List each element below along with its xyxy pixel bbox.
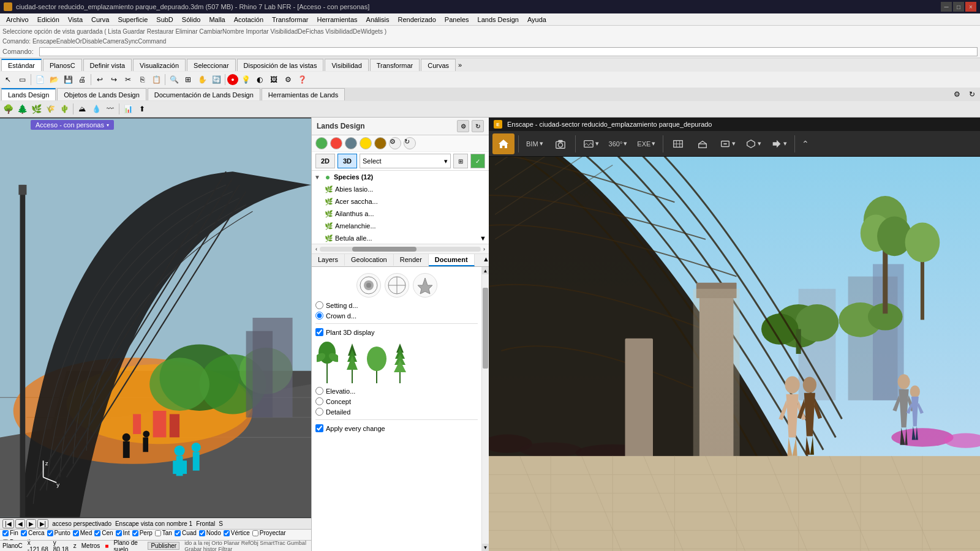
enscape-collapse-button[interactable]: ⌃ bbox=[799, 133, 812, 154]
minimize-button[interactable]: ─ bbox=[941, 2, 952, 12]
species-tree[interactable]: ▼ ● Species (12) 🌿 Abies lasio... 🌿 Acer… bbox=[312, 171, 489, 244]
menu-transformar[interactable]: Transformar bbox=[268, 15, 312, 24]
rhino-3d-viewport[interactable]: Acceso - con personas ▾ bbox=[0, 118, 311, 518]
enscape-home-button[interactable] bbox=[492, 133, 514, 154]
snap-punto[interactable] bbox=[47, 530, 53, 536]
scroll-right-arrow[interactable]: › bbox=[482, 246, 486, 252]
tb-light[interactable]: 💡 bbox=[239, 73, 252, 86]
enscape-3d-button[interactable]: ▾ bbox=[742, 133, 765, 154]
snap-fin[interactable] bbox=[2, 530, 9, 536]
tab-estandar[interactable]: Estándar bbox=[1, 59, 42, 71]
nav-first[interactable]: |◀ bbox=[2, 519, 14, 528]
tb-terrain[interactable]: ⛰ bbox=[75, 102, 89, 116]
filter-btn-1[interactable]: ⊞ bbox=[453, 154, 468, 168]
tree-item-ailanthus[interactable]: 🌿 Ailanthus a... bbox=[312, 208, 489, 220]
tb-cut[interactable]: ✂ bbox=[121, 73, 135, 86]
menu-lands[interactable]: Lands Design bbox=[474, 15, 522, 24]
snap-cen[interactable] bbox=[94, 530, 100, 536]
color-dot-extra1[interactable]: ⚙ bbox=[389, 137, 401, 149]
enscape-assets-button[interactable] bbox=[692, 133, 714, 154]
tb-plant3[interactable]: 🌿 bbox=[29, 102, 43, 116]
tab-objetos-lands[interactable]: Objetos de Lands Design bbox=[57, 88, 146, 100]
view-3d-button[interactable]: 3D bbox=[337, 154, 357, 168]
plant-3d-checkbox[interactable] bbox=[315, 328, 323, 336]
menu-curva[interactable]: Curva bbox=[88, 15, 113, 24]
tb-select-btn[interactable]: ↖ bbox=[1, 73, 15, 86]
tb-export[interactable]: ⬆ bbox=[135, 102, 149, 116]
tb-extra2[interactable]: ❓ bbox=[295, 73, 309, 86]
tb-undo[interactable]: ↩ bbox=[93, 73, 107, 86]
menu-archivo[interactable]: Archivo bbox=[2, 15, 32, 24]
tree-item-amelanchier[interactable]: 🌿 Amelanchie... bbox=[312, 220, 489, 232]
panel-right-scrollbar[interactable]: ▲ ▼ bbox=[481, 267, 489, 551]
tab-curvas[interactable]: Curvas bbox=[421, 59, 456, 71]
enscape-360-button[interactable]: 360° ▾ bbox=[605, 133, 631, 154]
enscape-map-button[interactable] bbox=[667, 133, 689, 154]
menu-renderizado[interactable]: Renderizado bbox=[394, 15, 439, 24]
radio-input-detailed[interactable] bbox=[315, 408, 323, 416]
tb-red-circle[interactable]: ● bbox=[227, 74, 238, 85]
enscape-exe-button[interactable]: EXE ▾ bbox=[633, 133, 659, 154]
menu-acotacion[interactable]: Acotación bbox=[230, 15, 267, 24]
color-dot-red[interactable] bbox=[330, 137, 342, 149]
tb-redo[interactable]: ↪ bbox=[107, 73, 121, 86]
menu-malla[interactable]: Malla bbox=[205, 15, 228, 24]
enscape-bim-button[interactable]: BIM ▾ bbox=[522, 133, 547, 154]
menu-ayuda[interactable]: Ayuda bbox=[524, 15, 550, 24]
tab-lands-design[interactable]: Lands Design bbox=[1, 88, 56, 100]
menu-vista[interactable]: Vista bbox=[64, 15, 86, 24]
tab-definir-vista[interactable]: Definir vista bbox=[83, 59, 132, 71]
scroll-left-arrow[interactable]: ‹ bbox=[314, 246, 318, 252]
menu-paneles[interactable]: Paneles bbox=[441, 15, 473, 24]
viewport-label[interactable]: Acceso - con personas ▾ bbox=[31, 120, 114, 130]
tb-plant4[interactable]: 🌾 bbox=[43, 102, 57, 116]
tb-lands-settings[interactable]: ⚙ bbox=[950, 88, 963, 101]
tab-render[interactable]: Render bbox=[394, 254, 429, 266]
nav-last[interactable]: ▶| bbox=[37, 519, 49, 528]
nav-prev[interactable]: ◀ bbox=[15, 519, 25, 528]
tab-documentacion-lands[interactable]: Documentación de Lands Design bbox=[148, 88, 260, 100]
scrollbar-up-arrow[interactable]: ▲ bbox=[482, 267, 489, 274]
filter-btn-2[interactable]: ✓ bbox=[470, 154, 485, 168]
tab-visualizacion[interactable]: Visualización bbox=[133, 59, 186, 71]
plant-circle-1[interactable] bbox=[356, 273, 381, 298]
species-filter-dropdown[interactable]: Select ▾ bbox=[360, 154, 451, 168]
menu-subd[interactable]: SubD bbox=[153, 15, 177, 24]
menu-edicion[interactable]: Edición bbox=[34, 15, 63, 24]
tree-parent-species[interactable]: ▼ ● Species (12) bbox=[312, 171, 489, 183]
tb-render-btn[interactable]: 🖼 bbox=[267, 73, 281, 86]
tb-analyze[interactable]: 📊 bbox=[121, 102, 135, 116]
lands-refresh-icon[interactable]: ↻ bbox=[472, 120, 484, 132]
h-scroll-track[interactable] bbox=[320, 247, 481, 252]
menu-superficie[interactable]: Superficie bbox=[114, 15, 151, 24]
tb-zoom-window[interactable]: 🔍 bbox=[167, 73, 181, 86]
nav-next[interactable]: ▶ bbox=[26, 519, 36, 528]
tb-save[interactable]: 💾 bbox=[61, 73, 75, 86]
snap-med[interactable] bbox=[73, 530, 79, 536]
lands-settings-icon[interactable]: ⚙ bbox=[457, 120, 469, 132]
snap-int[interactable] bbox=[116, 530, 122, 536]
radio-input-concept[interactable] bbox=[315, 397, 323, 405]
snap-nodo[interactable] bbox=[199, 530, 205, 536]
snap-proyectar[interactable] bbox=[252, 530, 258, 536]
tb-extra1[interactable]: ⚙ bbox=[281, 73, 295, 86]
close-button[interactable]: × bbox=[965, 2, 976, 12]
radio-input-elevation[interactable] bbox=[315, 387, 323, 395]
tab-seleccionar[interactable]: Seleccionar bbox=[187, 59, 235, 71]
tab-transformar[interactable]: Transformar bbox=[370, 59, 420, 71]
enscape-3d-viewport[interactable] bbox=[489, 157, 980, 551]
tree-horizontal-scroll[interactable]: ‹ › bbox=[312, 244, 489, 254]
tab-visibilidad[interactable]: Visibilidad bbox=[325, 59, 368, 71]
tb-pan[interactable]: ✋ bbox=[195, 73, 209, 86]
color-dot-extra2[interactable]: ↻ bbox=[404, 137, 416, 149]
color-dot-blue[interactable] bbox=[345, 137, 357, 149]
color-dot-green[interactable] bbox=[315, 137, 328, 149]
radio-input-setting[interactable] bbox=[315, 301, 323, 309]
tb-new[interactable]: 📄 bbox=[33, 73, 47, 86]
tb-plant1[interactable]: 🌳 bbox=[1, 102, 15, 116]
tab-document[interactable]: Document bbox=[429, 254, 475, 266]
maximize-button[interactable]: □ bbox=[953, 2, 964, 12]
tb-open[interactable]: 📂 bbox=[47, 73, 61, 86]
tb-print[interactable]: 🖨 bbox=[75, 73, 89, 86]
tb-select-window[interactable]: ▭ bbox=[15, 73, 29, 86]
